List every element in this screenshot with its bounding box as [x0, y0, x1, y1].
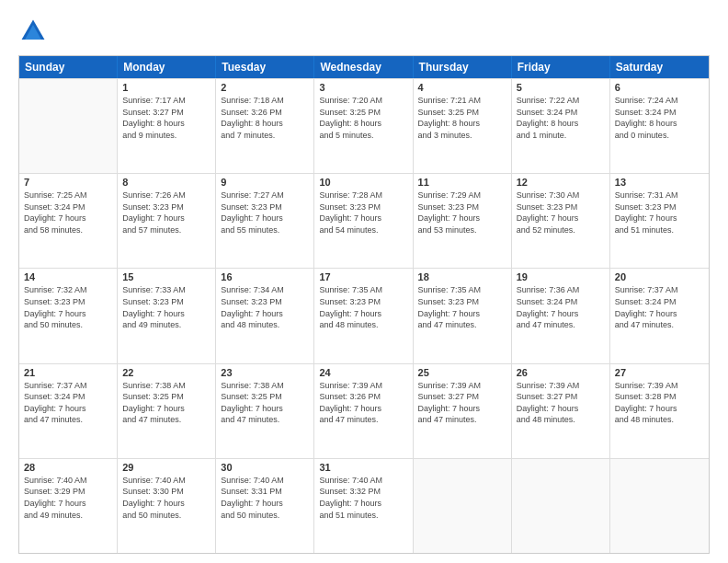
day-info: Sunrise: 7:31 AM Sunset: 3:23 PM Dayligh… [615, 190, 704, 236]
day-info: Sunrise: 7:38 AM Sunset: 3:25 PM Dayligh… [122, 380, 210, 426]
day-info: Sunrise: 7:28 AM Sunset: 3:23 PM Dayligh… [319, 190, 407, 236]
day-info: Sunrise: 7:24 AM Sunset: 3:24 PM Dayligh… [615, 95, 704, 141]
day-number: 31 [319, 462, 407, 473]
day-number: 8 [122, 177, 210, 188]
calendar-cell: 6Sunrise: 7:24 AM Sunset: 3:24 PM Daylig… [610, 79, 709, 173]
calendar-row: 14Sunrise: 7:32 AM Sunset: 3:23 PM Dayli… [19, 268, 709, 362]
day-number: 17 [319, 271, 407, 282]
day-number: 7 [24, 177, 112, 188]
cal-header-cell: Wednesday [314, 56, 413, 78]
day-number: 18 [418, 271, 506, 282]
day-number: 10 [319, 177, 407, 188]
day-number: 24 [319, 367, 407, 378]
calendar-cell: 1Sunrise: 7:17 AM Sunset: 3:27 PM Daylig… [118, 79, 216, 173]
calendar-cell: 23Sunrise: 7:38 AM Sunset: 3:25 PM Dayli… [216, 364, 314, 458]
calendar-cell: 16Sunrise: 7:34 AM Sunset: 3:23 PM Dayli… [216, 269, 314, 362]
calendar-row: 1Sunrise: 7:17 AM Sunset: 3:27 PM Daylig… [19, 78, 709, 173]
day-info: Sunrise: 7:37 AM Sunset: 3:24 PM Dayligh… [615, 284, 704, 330]
day-info: Sunrise: 7:32 AM Sunset: 3:23 PM Dayligh… [24, 284, 112, 330]
day-number: 5 [517, 82, 605, 93]
calendar-cell [512, 459, 610, 553]
day-number: 26 [517, 367, 605, 378]
day-info: Sunrise: 7:39 AM Sunset: 3:27 PM Dayligh… [517, 380, 605, 426]
day-number: 12 [517, 177, 605, 188]
calendar-cell: 18Sunrise: 7:35 AM Sunset: 3:23 PM Dayli… [414, 269, 512, 362]
cal-header-cell: Monday [118, 56, 216, 78]
cal-header-cell: Saturday [610, 56, 709, 78]
day-number: 29 [122, 462, 210, 473]
day-number: 11 [418, 177, 506, 188]
calendar-cell: 3Sunrise: 7:20 AM Sunset: 3:25 PM Daylig… [314, 79, 413, 173]
day-number: 25 [418, 367, 506, 378]
day-number: 22 [122, 367, 210, 378]
day-info: Sunrise: 7:34 AM Sunset: 3:23 PM Dayligh… [221, 284, 309, 330]
calendar-body: 1Sunrise: 7:17 AM Sunset: 3:27 PM Daylig… [19, 78, 709, 553]
day-info: Sunrise: 7:29 AM Sunset: 3:23 PM Dayligh… [418, 190, 506, 236]
day-info: Sunrise: 7:33 AM Sunset: 3:23 PM Dayligh… [122, 284, 210, 330]
calendar-cell: 24Sunrise: 7:39 AM Sunset: 3:26 PM Dayli… [314, 364, 413, 458]
day-number: 2 [221, 82, 309, 93]
day-info: Sunrise: 7:35 AM Sunset: 3:23 PM Dayligh… [418, 284, 506, 330]
cal-header-cell: Sunday [19, 56, 118, 78]
logo-icon [18, 17, 48, 46]
day-info: Sunrise: 7:38 AM Sunset: 3:25 PM Dayligh… [221, 380, 309, 426]
calendar-cell: 26Sunrise: 7:39 AM Sunset: 3:27 PM Dayli… [512, 364, 610, 458]
day-number: 27 [615, 367, 704, 378]
header [18, 17, 710, 46]
calendar-cell: 7Sunrise: 7:25 AM Sunset: 3:24 PM Daylig… [19, 174, 118, 268]
day-number: 4 [418, 82, 506, 93]
calendar-cell: 31Sunrise: 7:40 AM Sunset: 3:32 PM Dayli… [314, 459, 413, 553]
day-number: 20 [615, 271, 704, 282]
calendar-cell: 27Sunrise: 7:39 AM Sunset: 3:28 PM Dayli… [610, 364, 709, 458]
calendar: SundayMondayTuesdayWednesdayThursdayFrid… [18, 55, 710, 554]
day-info: Sunrise: 7:36 AM Sunset: 3:24 PM Dayligh… [517, 284, 605, 330]
calendar-cell: 14Sunrise: 7:32 AM Sunset: 3:23 PM Dayli… [19, 269, 118, 362]
calendar-cell: 17Sunrise: 7:35 AM Sunset: 3:23 PM Dayli… [314, 269, 413, 362]
day-number: 6 [615, 82, 704, 93]
day-info: Sunrise: 7:25 AM Sunset: 3:24 PM Dayligh… [24, 190, 112, 236]
day-info: Sunrise: 7:20 AM Sunset: 3:25 PM Dayligh… [319, 95, 407, 141]
calendar-cell [19, 79, 118, 173]
calendar-cell: 22Sunrise: 7:38 AM Sunset: 3:25 PM Dayli… [118, 364, 216, 458]
day-info: Sunrise: 7:21 AM Sunset: 3:25 PM Dayligh… [418, 95, 506, 141]
day-number: 13 [615, 177, 704, 188]
day-info: Sunrise: 7:22 AM Sunset: 3:24 PM Dayligh… [517, 95, 605, 141]
day-info: Sunrise: 7:40 AM Sunset: 3:30 PM Dayligh… [122, 475, 210, 521]
calendar-cell: 9Sunrise: 7:27 AM Sunset: 3:23 PM Daylig… [216, 174, 314, 268]
calendar-cell: 19Sunrise: 7:36 AM Sunset: 3:24 PM Dayli… [512, 269, 610, 362]
calendar-cell: 15Sunrise: 7:33 AM Sunset: 3:23 PM Dayli… [118, 269, 216, 362]
calendar-cell: 2Sunrise: 7:18 AM Sunset: 3:26 PM Daylig… [216, 79, 314, 173]
calendar-cell: 12Sunrise: 7:30 AM Sunset: 3:23 PM Dayli… [512, 174, 610, 268]
calendar-cell: 10Sunrise: 7:28 AM Sunset: 3:23 PM Dayli… [314, 174, 413, 268]
day-number: 30 [221, 462, 309, 473]
calendar-cell: 11Sunrise: 7:29 AM Sunset: 3:23 PM Dayli… [414, 174, 512, 268]
calendar-cell: 5Sunrise: 7:22 AM Sunset: 3:24 PM Daylig… [512, 79, 610, 173]
calendar-header: SundayMondayTuesdayWednesdayThursdayFrid… [19, 56, 709, 78]
day-number: 15 [122, 271, 210, 282]
calendar-cell: 28Sunrise: 7:40 AM Sunset: 3:29 PM Dayli… [19, 459, 118, 553]
calendar-cell: 21Sunrise: 7:37 AM Sunset: 3:24 PM Dayli… [19, 364, 118, 458]
calendar-row: 7Sunrise: 7:25 AM Sunset: 3:24 PM Daylig… [19, 173, 709, 268]
day-info: Sunrise: 7:40 AM Sunset: 3:32 PM Dayligh… [319, 475, 407, 521]
calendar-cell [610, 459, 709, 553]
day-number: 14 [24, 271, 112, 282]
day-info: Sunrise: 7:37 AM Sunset: 3:24 PM Dayligh… [24, 380, 112, 426]
cal-header-cell: Tuesday [216, 56, 314, 78]
day-number: 9 [221, 177, 309, 188]
calendar-cell: 29Sunrise: 7:40 AM Sunset: 3:30 PM Dayli… [118, 459, 216, 553]
day-info: Sunrise: 7:39 AM Sunset: 3:26 PM Dayligh… [319, 380, 407, 426]
day-info: Sunrise: 7:39 AM Sunset: 3:27 PM Dayligh… [418, 380, 506, 426]
day-number: 19 [517, 271, 605, 282]
day-info: Sunrise: 7:39 AM Sunset: 3:28 PM Dayligh… [615, 380, 704, 426]
day-info: Sunrise: 7:18 AM Sunset: 3:26 PM Dayligh… [221, 95, 309, 141]
calendar-cell: 8Sunrise: 7:26 AM Sunset: 3:23 PM Daylig… [118, 174, 216, 268]
day-info: Sunrise: 7:40 AM Sunset: 3:29 PM Dayligh… [24, 475, 112, 521]
day-info: Sunrise: 7:40 AM Sunset: 3:31 PM Dayligh… [221, 475, 309, 521]
calendar-cell: 4Sunrise: 7:21 AM Sunset: 3:25 PM Daylig… [414, 79, 512, 173]
day-info: Sunrise: 7:26 AM Sunset: 3:23 PM Dayligh… [122, 190, 210, 236]
day-number: 3 [319, 82, 407, 93]
day-number: 21 [24, 367, 112, 378]
cal-header-cell: Friday [512, 56, 610, 78]
day-info: Sunrise: 7:17 AM Sunset: 3:27 PM Dayligh… [122, 95, 210, 141]
calendar-cell: 30Sunrise: 7:40 AM Sunset: 3:31 PM Dayli… [216, 459, 314, 553]
